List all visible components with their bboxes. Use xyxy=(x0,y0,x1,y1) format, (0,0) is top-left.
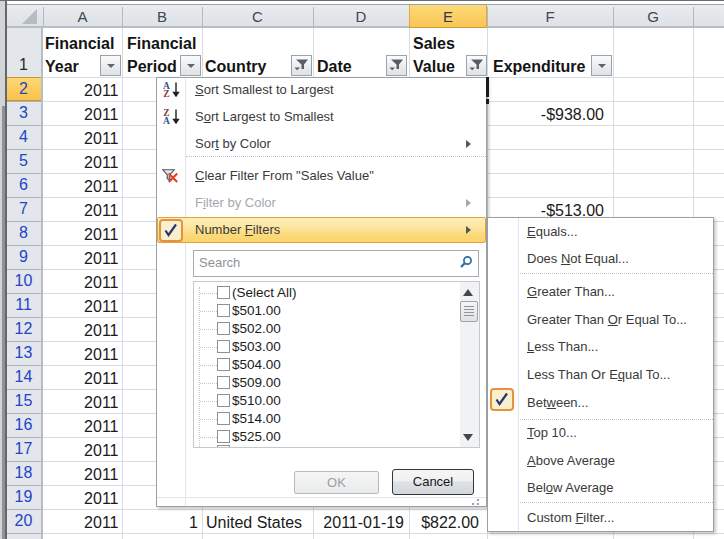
svg-text:A: A xyxy=(163,116,170,125)
svg-text:Z: Z xyxy=(163,89,169,98)
